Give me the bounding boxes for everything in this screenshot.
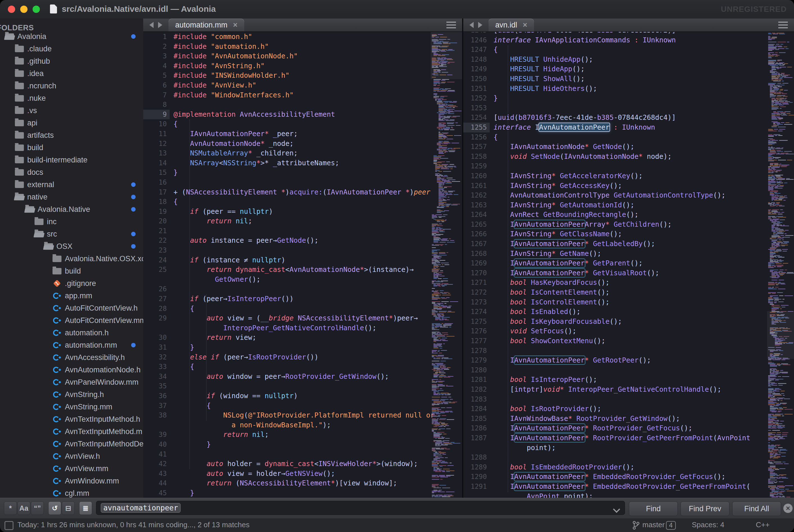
line-number[interactable]: 15	[143, 168, 170, 177]
line-number[interactable]: 33	[143, 362, 170, 372]
minimap-right[interactable]	[767, 32, 794, 498]
line-number[interactable]: 6	[143, 80, 170, 90]
sidebar-item-app-mm[interactable]: app.mm	[0, 289, 143, 302]
line-number[interactable]: 32	[143, 353, 170, 362]
highlight-matches-toggle[interactable]: ≣	[79, 501, 92, 515]
sidebar-item-automation-h[interactable]: automation.h	[0, 327, 143, 339]
sidebar-item--github[interactable]: .github	[0, 55, 143, 67]
sidebar-item-avnview-mm[interactable]: AvnView.mm	[0, 462, 143, 475]
line-number[interactable]	[463, 492, 490, 498]
line-number[interactable]: 1278	[463, 346, 490, 356]
overflow-menu-icon[interactable]	[446, 24, 456, 25]
tab-scroll-right-icon[interactable]	[158, 22, 162, 28]
whole-word-toggle[interactable]: “”	[31, 501, 44, 515]
sidebar-item-artifacts[interactable]: artifacts	[0, 129, 143, 141]
sidebar-item-avalonia[interactable]: Avalonia	[0, 30, 143, 43]
line-number[interactable]: 28	[143, 304, 170, 314]
line-number[interactable]: 4	[143, 61, 170, 71]
line-number[interactable]: 2	[143, 42, 170, 52]
tab-scroll-right-icon[interactable]	[478, 22, 482, 28]
line-number[interactable]: 35	[143, 381, 170, 391]
line-number[interactable]: 1259	[463, 162, 490, 171]
line-number[interactable]: 1280	[463, 365, 490, 375]
line-number[interactable]: 1251	[463, 84, 490, 94]
line-number[interactable]: 1268	[463, 249, 490, 259]
line-number[interactable]: 10	[143, 119, 170, 129]
line-number[interactable]	[463, 443, 490, 453]
sidebar-item-api[interactable]: api	[0, 117, 143, 129]
line-number[interactable]: 18	[143, 197, 170, 207]
minimap-left[interactable]	[431, 32, 462, 498]
line-number[interactable]: 3	[143, 51, 170, 61]
code-editor-right[interactable]: 1245[uuid(b4254771-066b-4e1e-b325-8d7ed6…	[463, 32, 794, 498]
find-prev-button[interactable]: Find Prev	[681, 501, 730, 516]
line-number[interactable]: 1	[143, 32, 170, 42]
line-number[interactable]: 1253	[463, 103, 490, 113]
line-number[interactable]: 1281	[463, 375, 490, 385]
sidebar-item-automation-mm[interactable]: automation.mm	[0, 339, 143, 351]
sidebar-item--claude[interactable]: .claude	[0, 43, 143, 55]
line-number[interactable]: 1256	[463, 132, 490, 142]
line-number[interactable]: 1270	[463, 268, 490, 278]
sidebar-item-autofitcontentview-h[interactable]: AutoFitContentView.h	[0, 302, 143, 314]
close-window-button[interactable]	[8, 6, 15, 13]
tab-automation-mm[interactable]: automation.mm ×	[168, 19, 244, 32]
line-number[interactable]: 45	[143, 488, 170, 498]
find-button[interactable]: Find	[629, 501, 678, 516]
line-number[interactable]: 39	[143, 430, 170, 440]
line-number[interactable]: 42	[143, 459, 170, 469]
tab-scroll-left-icon[interactable]	[469, 22, 474, 28]
line-number[interactable]: 31	[143, 343, 170, 353]
document-proxy-icon[interactable]	[50, 4, 57, 14]
line-number[interactable]: 29	[143, 314, 170, 323]
line-number[interactable]: 1283	[463, 395, 490, 404]
close-find-bar-button[interactable]: ×	[783, 504, 793, 513]
chevron-down-icon[interactable]	[613, 506, 620, 513]
line-number[interactable]: 1254	[463, 113, 490, 122]
line-number[interactable]: 1250	[463, 74, 490, 84]
regex-toggle[interactable]: *	[4, 501, 17, 515]
sidebar-item-avnautomationnode-h[interactable]: AvnAutomationNode.h	[0, 364, 143, 376]
sidebar-item-build[interactable]: build	[0, 141, 143, 154]
sidebar-item-cgl-mm[interactable]: cgl.mm	[0, 487, 143, 498]
line-number[interactable]: 1288	[463, 453, 490, 462]
line-number[interactable]: 1263	[463, 200, 490, 210]
tab-close-icon[interactable]: ×	[233, 21, 238, 30]
line-number[interactable]: 27	[143, 294, 170, 304]
line-number[interactable]: 1274	[463, 307, 490, 317]
line-number[interactable]: 1284	[463, 404, 490, 414]
line-number[interactable]: 1257	[463, 142, 490, 152]
tab-avn-idl[interactable]: avn.idl ×	[488, 19, 534, 32]
line-number[interactable]: 21	[143, 226, 170, 236]
sidebar-item-avnstring-mm[interactable]: AvnString.mm	[0, 401, 143, 413]
code-editor-left[interactable]: 1#include "common.h"2#include "automatio…	[143, 32, 462, 498]
sidebar-item--vs[interactable]: .vs	[0, 104, 143, 117]
line-number[interactable]: 11	[143, 129, 170, 139]
line-number[interactable]: 1264	[463, 210, 490, 220]
sidebar-item--ncrunch[interactable]: .ncrunch	[0, 80, 143, 92]
sidebar-item-avnstring-h[interactable]: AvnString.h	[0, 388, 143, 401]
line-number[interactable]: 38	[143, 411, 170, 420]
line-number[interactable]: 1286	[463, 423, 490, 433]
line-number[interactable]: 1279	[463, 356, 490, 365]
line-number[interactable]: 1261	[463, 181, 490, 191]
git-branch-name[interactable]: master	[642, 520, 665, 529]
sidebar-item-inc[interactable]: inc	[0, 215, 143, 228]
sidebar-item-external[interactable]: external	[0, 178, 143, 191]
line-number[interactable]: 1271	[463, 278, 490, 288]
line-number[interactable]: 22	[143, 236, 170, 246]
line-number[interactable]: 41	[143, 450, 170, 459]
sidebar-item-build-intermediate[interactable]: build-intermediate	[0, 154, 143, 166]
sidebar-item-src[interactable]: src	[0, 228, 143, 240]
sidebar-item-avalonia-native[interactable]: Avalonia.Native	[0, 203, 143, 215]
line-number[interactable]: 13	[143, 148, 170, 158]
line-number[interactable]: 43	[143, 469, 170, 479]
line-number[interactable]: 19	[143, 207, 170, 216]
line-number[interactable]: 26	[143, 284, 170, 294]
panel-toggle-icon[interactable]	[4, 521, 14, 530]
sidebar-item--idea[interactable]: .idea	[0, 67, 143, 80]
line-number[interactable]: 36	[143, 391, 170, 401]
sidebar-item-avntextinputmethodde[interactable]: AvnTextInputMethodDe	[0, 438, 143, 450]
line-number[interactable]: 1277	[463, 336, 490, 346]
sidebar-item-autofitcontentview-mm[interactable]: AutoFitContentView.mm	[0, 314, 143, 327]
